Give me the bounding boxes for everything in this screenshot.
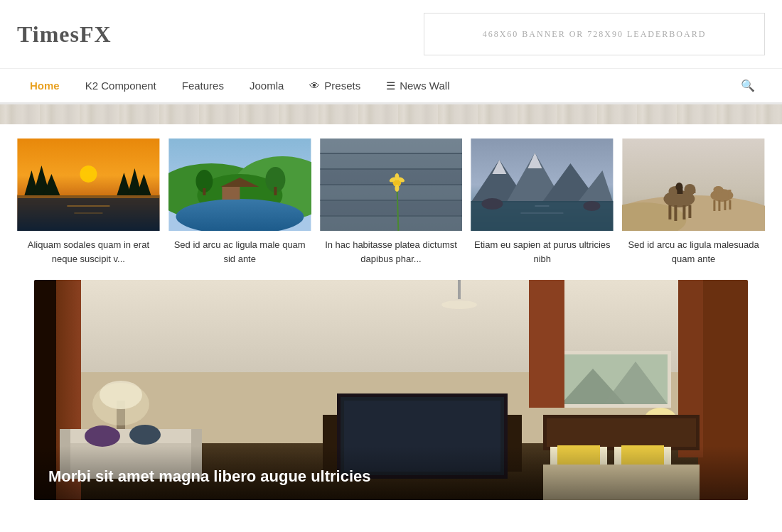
nav-item-presets[interactable]: 👁 Presets — [296, 70, 373, 102]
search-button[interactable]: 🔍 — [731, 69, 765, 102]
svg-rect-89 — [458, 280, 461, 301]
main-nav: Home K2 Component Features Joomla 👁 Pres… — [0, 69, 782, 104]
gallery-caption-1: Aliquam sodales quam in erat neque susci… — [17, 238, 160, 266]
svg-rect-63 — [689, 205, 692, 218]
nav-items: Home K2 Component Features Joomla 👁 Pres… — [17, 70, 462, 102]
svg-rect-72 — [729, 200, 732, 210]
nav-item-features[interactable]: Features — [169, 70, 237, 102]
nav-label-presets: Presets — [324, 80, 360, 92]
gallery-caption-3: In hac habitasse platea dictumst dapibus… — [320, 238, 463, 266]
gallery-item-2[interactable]: Sed id arcu ac ligula male quam sid ante — [168, 139, 311, 266]
svg-rect-20 — [203, 188, 205, 195]
gallery-thumb-5 — [622, 139, 765, 231]
gallery-caption-2: Sed id arcu ac ligula male quam sid ante — [168, 238, 311, 266]
banner-text: 468x60 Banner or 728x90 Leaderboard — [483, 29, 707, 40]
nav-label-k2: K2 Component — [85, 80, 156, 92]
svg-point-82 — [92, 383, 149, 425]
svg-point-87 — [85, 425, 120, 447]
svg-rect-22 — [274, 187, 277, 195]
gallery-item-5[interactable]: Sed id arcu ac ligula malesuada quam ant… — [622, 139, 765, 266]
search-icon: 🔍 — [741, 80, 755, 92]
hero-section[interactable]: Morbi sit amet magna libero augue ultric… — [34, 280, 748, 500]
svg-rect-29 — [320, 217, 462, 231]
site-logo[interactable]: TimesFX — [17, 21, 112, 48]
svg-point-50 — [584, 201, 601, 211]
svg-rect-28 — [320, 201, 462, 215]
svg-point-40 — [395, 185, 399, 192]
svg-point-49 — [482, 198, 503, 210]
gallery-thumb-2 — [168, 139, 311, 231]
svg-rect-106 — [547, 418, 696, 447]
presets-eye-icon: 👁 — [309, 80, 320, 92]
gallery-section: Aliquam sodales quam in erat neque susci… — [0, 124, 782, 280]
svg-rect-60 — [669, 205, 672, 219]
svg-rect-71 — [724, 200, 727, 210]
gallery-caption-4: Etiam eu sapien at purus ultricies nibh — [471, 238, 614, 266]
svg-rect-27 — [320, 185, 462, 200]
gallery-thumb-3 — [320, 139, 463, 231]
svg-point-39 — [395, 173, 399, 180]
hero-overlay: Morbi sit amet magna libero augue ultric… — [34, 446, 748, 500]
gallery-thumb-1 — [17, 139, 160, 231]
gallery-item-1[interactable]: Aliquam sodales quam in erat neque susci… — [17, 139, 160, 266]
hero-title: Morbi sit amet magna libero augue ultric… — [48, 467, 734, 486]
logo-text: TimesFX — [17, 21, 112, 47]
gallery-thumb-4 — [471, 139, 614, 231]
svg-point-88 — [129, 425, 161, 445]
nav-label-joomla: Joomla — [250, 80, 284, 92]
svg-rect-64 — [689, 187, 692, 197]
site-header: TimesFX 468x60 Banner or 728x90 Leaderbo… — [0, 0, 782, 69]
nav-item-newswall[interactable]: ☰ News Wall — [373, 70, 462, 102]
nav-item-home[interactable]: Home — [17, 70, 73, 102]
svg-rect-24 — [320, 139, 462, 153]
svg-rect-69 — [714, 200, 716, 211]
svg-rect-17 — [222, 187, 240, 200]
svg-rect-67 — [729, 190, 732, 198]
svg-point-91 — [441, 300, 477, 309]
newswall-menu-icon: ☰ — [386, 80, 395, 92]
svg-rect-62 — [683, 205, 686, 219]
nav-label-features: Features — [182, 80, 224, 92]
svg-rect-74 — [677, 187, 683, 194]
wood-divider — [0, 104, 782, 124]
hero-container: Morbi sit amet magna libero augue ultric… — [0, 280, 782, 517]
gallery-item-3[interactable]: In hac habitasse platea dictumst dapibus… — [320, 139, 463, 266]
gallery-grid: Aliquam sodales quam in erat neque susci… — [17, 139, 765, 266]
svg-rect-100 — [529, 280, 564, 408]
svg-rect-70 — [719, 200, 721, 211]
svg-point-9 — [80, 165, 97, 183]
nav-item-k2[interactable]: K2 Component — [73, 70, 169, 102]
nav-item-joomla[interactable]: Joomla — [237, 70, 296, 102]
banner-ad: 468x60 Banner or 728x90 Leaderboard — [424, 13, 765, 55]
nav-label-home: Home — [30, 80, 60, 92]
nav-label-newswall: News Wall — [400, 80, 449, 92]
svg-rect-68 — [717, 190, 719, 197]
svg-rect-25 — [320, 154, 462, 168]
gallery-item-4[interactable]: Etiam eu sapien at purus ultricies nibh — [471, 139, 614, 266]
svg-rect-61 — [675, 205, 677, 221]
gallery-caption-5: Sed id arcu ac ligula malesuada quam ant… — [622, 238, 765, 266]
